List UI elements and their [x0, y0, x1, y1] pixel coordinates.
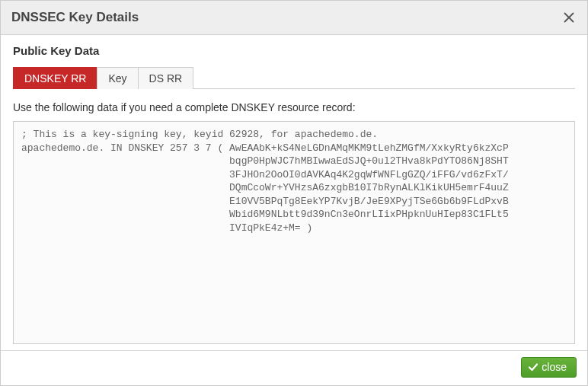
close-button[interactable]: close [521, 357, 577, 378]
section-title: Public Key Data [13, 44, 575, 57]
dialog-body: Public Key Data DNSKEY RR Key DS RR Use … [1, 35, 587, 350]
instruction-text: Use the following data if you need a com… [13, 101, 575, 113]
dnssec-key-details-dialog: DNSSEC Key Details Public Key Data DNSKE… [0, 0, 588, 386]
close-button-label: close [542, 361, 567, 373]
dialog-header: DNSSEC Key Details [1, 1, 587, 35]
check-icon [528, 362, 538, 372]
key-data-textarea[interactable] [13, 121, 575, 344]
tab-ds-rr[interactable]: DS RR [138, 67, 194, 89]
dialog-footer: close [1, 350, 587, 385]
tab-dnskey-rr[interactable]: DNSKEY RR [13, 67, 97, 89]
tab-key[interactable]: Key [97, 67, 138, 89]
close-icon[interactable] [558, 7, 580, 28]
tabs-row: DNSKEY RR Key DS RR [13, 66, 575, 89]
dialog-title: DNSSEC Key Details [11, 10, 139, 25]
